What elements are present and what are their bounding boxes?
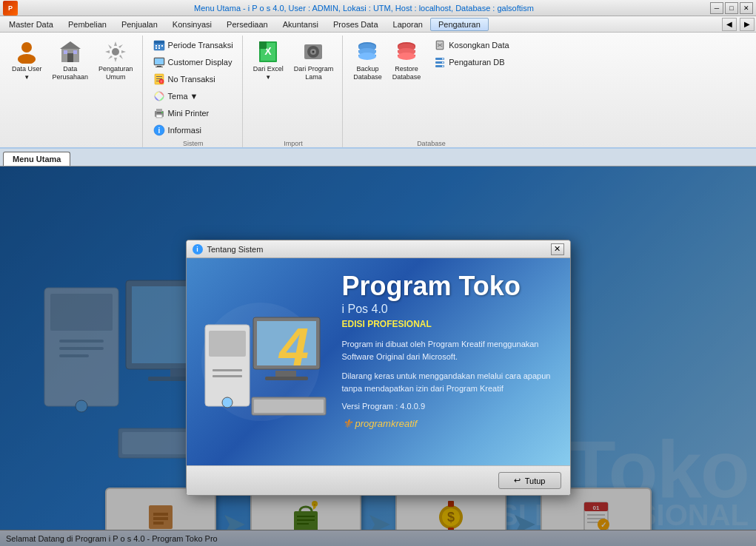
data-user-button[interactable]: Data User▼ [7,37,47,84]
modal-body: 4 Program Toko i Pos 4.0 EDISI PROFESION… [187,258,570,465]
backup-database-icon [355,40,379,64]
ribbon-group-sistem: Periode Transaksi Customer Display [144,36,243,147]
prog-edition: EDISI PROFESIONAL [342,319,559,329]
svg-rect-114 [265,377,308,380]
svg-point-64 [442,66,444,67]
menu-akuntansi[interactable]: Akuntansi [275,18,326,30]
brand-name: programkreatif [355,418,418,429]
brand-icon: ⚜ [342,417,352,431]
ribbon-nav-back[interactable]: ◀ [722,18,737,31]
restore-database-button[interactable]: RestoreDatabase [388,37,426,84]
maximize-button[interactable]: □ [725,2,738,14]
dari-excel-button[interactable]: X Dari Excel▼ [249,37,288,84]
svg-point-47 [358,53,376,60]
import-title: Import [249,140,338,147]
svg-rect-16 [155,58,164,64]
modal-title-text: i Tentang Sistem [193,244,264,255]
periode-transaksi-label: Periode Transaksi [168,41,233,50]
modal-close-button[interactable]: ✕ [551,243,564,255]
svg-point-30 [161,112,163,113]
tema-icon [153,90,165,102]
database-small-group: Kosongkan Data Pengaturan DB [429,37,513,70]
app-icon: P [3,1,18,16]
ribbon-group-user: Data User▼ DataPerusahaan [3,36,143,147]
svg-rect-27 [156,109,162,112]
tema-button[interactable]: Tema ▼ [149,88,203,104]
svg-rect-109 [213,369,242,371]
pengaturan-db-label: Pengaturan DB [449,58,504,67]
restore-database-label: RestoreDatabase [392,65,421,81]
menu-proses-data[interactable]: Proses Data [326,18,386,30]
svg-rect-17 [157,66,161,67]
ribbon-group-database: BackupDatabase RestoreDatabase [344,36,518,147]
mini-printer-button[interactable]: Mini Printer [149,105,214,121]
svg-rect-18 [155,67,163,67]
customer-display-label: Customer Display [168,58,233,67]
menu-pengaturan[interactable]: Pengaturan [430,18,489,31]
tutup-icon: ↩ [514,476,521,485]
tutup-button[interactable]: ↩ Tutup [498,472,561,489]
informasi-button[interactable]: i Informasi [149,122,206,138]
ribbon-nav-forward[interactable]: ▶ [740,18,755,31]
svg-point-40 [312,51,315,53]
prog-subtitle: i Pos 4.0 [342,303,559,316]
menu-master-data[interactable]: Master Data [1,18,61,30]
data-perusahaan-button[interactable]: DataPerusahaan [48,37,93,84]
menu-bar: Master Data Pembelian Penjualan Konsinya… [0,16,756,33]
svg-rect-5 [64,50,67,54]
svg-point-54 [398,53,415,60]
svg-rect-107 [209,331,246,357]
prog-version: Versi Program : 4.0.0.9 [342,402,559,411]
customer-display-button[interactable]: Customer Display [149,54,237,70]
data-perusahaan-label: DataPerusahaan [53,65,89,81]
backup-database-button[interactable]: BackupDatabase [349,37,387,84]
svg-rect-12 [161,45,163,47]
menu-penjualan[interactable]: Penjualan [114,18,165,30]
svg-text:!: ! [161,80,161,84]
data-perusahaan-icon [58,40,82,64]
title-bar: P Menu Utama - i P o s 4.0, User : ADMIN… [0,0,756,16]
modal-right: Program Toko i Pos 4.0 EDISI PROFESIONAL… [335,258,570,465]
svg-rect-110 [213,375,242,377]
modal-title-label: Tentang Sistem [207,245,264,254]
periode-transaksi-button[interactable]: Periode Transaksi [149,37,238,53]
pengaturan-umum-label: PengaturanUmum [98,65,133,81]
modal-left: 4 [187,258,335,465]
svg-text:4: 4 [277,317,308,377]
svg-rect-13 [155,47,157,49]
restore-database-icon [395,40,418,64]
svg-rect-4 [67,53,73,62]
ribbon: Data User▼ DataPerusahaan [0,33,756,149]
dari-program-lama-button[interactable]: Dari ProgramLama [290,37,338,84]
modal-title-bar: i Tentang Sistem ✕ [187,240,570,258]
sistem-title: Sistem [149,140,238,147]
tab-strip: Menu Utama [0,149,756,166]
menu-laporan[interactable]: Laporan [386,18,430,30]
dari-program-lama-icon [301,40,325,64]
minimize-button[interactable]: ─ [710,2,723,14]
no-transaksi-button[interactable]: ! No Transaksi [149,71,220,87]
pengaturan-db-button[interactable]: Pengaturan DB [429,54,509,70]
svg-rect-28 [156,115,162,118]
menu-persediaan[interactable]: Persediaan [219,18,275,30]
menu-pembelian[interactable]: Pembelian [61,18,114,30]
modal-overlay: i Tentang Sistem ✕ [0,166,756,546]
svg-rect-11 [158,45,160,47]
dari-excel-icon: X [256,40,280,64]
svg-rect-36 [259,41,267,49]
tab-menu-utama[interactable]: Menu Utama [3,152,70,166]
svg-rect-116 [254,400,324,413]
prog-desc1: Program ini dibuat oleh Program Kreatif … [342,338,559,363]
kosongkan-data-button[interactable]: Kosongkan Data [429,37,513,53]
data-user-icon [15,40,39,64]
close-button[interactable]: ✕ [740,2,753,14]
svg-point-62 [442,58,444,60]
database-title: Database [349,140,513,147]
pengaturan-umum-button[interactable]: PengaturanUmum [94,37,138,84]
svg-rect-20 [156,76,162,77]
prog-desc2: Dilarang keras untuk menggandakan melalu… [342,370,559,394]
menu-konsinyasi[interactable]: Konsinyasi [165,18,219,30]
pengaturan-db-icon [434,56,446,68]
title-text: Menu Utama - i P o s 4.0, User : ADMIN, … [18,4,710,13]
svg-point-63 [442,62,444,64]
